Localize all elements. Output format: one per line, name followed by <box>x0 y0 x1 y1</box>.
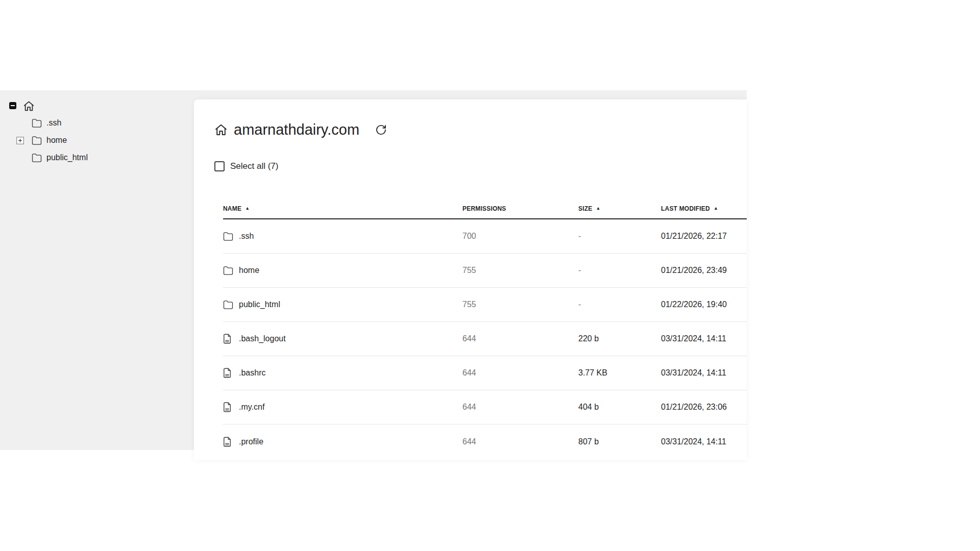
file-icon <box>223 437 233 447</box>
file-tree-items: .ssh home public_html <box>0 114 194 166</box>
tree-item-label: home <box>46 136 67 144</box>
file-name: .bashrc <box>239 368 265 378</box>
folder-icon <box>223 299 233 310</box>
files-table: NAME ▲ PERMISSIONS SIZE ▲ LAST MODIFIED … <box>223 199 747 459</box>
column-header-size[interactable]: SIZE ▲ <box>578 205 661 212</box>
file-modified: 03/31/2024, 14:11 <box>661 437 747 446</box>
home-icon <box>23 100 35 112</box>
breadcrumb: amarnathdairy.com <box>214 118 387 141</box>
select-all-row[interactable]: Select all (7) <box>214 161 278 172</box>
file-name-cell: .my.cnf <box>223 402 462 412</box>
file-permissions: 755 <box>462 266 578 275</box>
page-title: amarnathdairy.com <box>234 121 359 138</box>
table-header-row: NAME ▲ PERMISSIONS SIZE ▲ LAST MODIFIED … <box>223 199 747 219</box>
file-manager-panel: amarnathdairy.com Select all (7) NAME ▲ … <box>194 99 747 460</box>
folder-icon <box>223 231 233 241</box>
file-permissions: 755 <box>462 300 578 309</box>
file-modified: 03/31/2024, 14:11 <box>661 368 747 378</box>
table-row[interactable]: .ssh 700 - 01/21/2026, 22:17 <box>223 219 747 254</box>
tree-item-label: .ssh <box>46 119 61 127</box>
folder-icon <box>32 154 42 162</box>
file-name: .bash_logout <box>239 334 286 343</box>
file-modified: 01/21/2026, 23:06 <box>661 403 747 412</box>
table-row[interactable]: .bashrc 644 3.77 KB 03/31/2024, 14:11 <box>223 356 747 390</box>
file-name-cell: .bashrc <box>223 368 462 378</box>
file-size: - <box>578 232 661 241</box>
file-modified: 01/21/2026, 22:17 <box>661 232 747 241</box>
table-row[interactable]: .profile 644 807 b 03/31/2024, 14:11 <box>223 424 747 459</box>
file-name: .my.cnf <box>239 403 264 412</box>
folder-icon <box>223 265 233 276</box>
file-icon <box>223 368 233 378</box>
table-body: .ssh 700 - 01/21/2026, 22:17 home 755 - … <box>223 219 747 459</box>
file-permissions: 644 <box>462 403 578 412</box>
table-row[interactable]: public_html 755 - 01/22/2026, 19:40 <box>223 288 747 322</box>
file-size: 807 b <box>578 437 661 446</box>
file-name: .ssh <box>239 232 254 241</box>
file-size: 3.77 KB <box>578 368 661 378</box>
file-permissions: 644 <box>462 334 578 343</box>
file-icon <box>223 402 233 412</box>
file-size: 404 b <box>578 403 661 412</box>
file-name-cell: .bash_logout <box>223 334 462 344</box>
expand-toggle-icon[interactable] <box>16 137 24 144</box>
select-all-checkbox[interactable] <box>214 161 225 171</box>
select-all-label: Select all (7) <box>230 161 278 171</box>
folder-icon <box>32 136 42 145</box>
column-header-name[interactable]: NAME ▲ <box>223 205 462 212</box>
file-size: - <box>578 266 661 275</box>
tree-item-home[interactable]: home <box>0 132 194 149</box>
sort-asc-icon: ▲ <box>245 206 250 211</box>
refresh-icon[interactable] <box>375 124 387 136</box>
file-name-cell: .ssh <box>223 231 462 241</box>
file-name-cell: public_html <box>223 299 462 310</box>
tree-root-home[interactable] <box>0 97 194 114</box>
tree-item-ssh[interactable]: .ssh <box>0 114 194 132</box>
file-size: - <box>578 300 661 309</box>
column-header-permissions[interactable]: PERMISSIONS <box>462 205 578 212</box>
table-row[interactable]: .my.cnf 644 404 b 01/21/2026, 23:06 <box>223 390 747 424</box>
file-permissions: 644 <box>462 437 578 446</box>
file-modified: 01/21/2026, 23:49 <box>661 266 747 275</box>
sort-asc-icon: ▲ <box>714 206 718 211</box>
tree-item-label: public_html <box>46 154 88 162</box>
file-name-cell: .profile <box>223 437 462 447</box>
table-row[interactable]: home 755 - 01/21/2026, 23:49 <box>223 254 747 288</box>
file-tree: .ssh home public_html <box>0 97 194 166</box>
file-name-cell: home <box>223 265 462 276</box>
file-size: 220 b <box>578 334 661 343</box>
sort-asc-icon: ▲ <box>596 206 600 211</box>
table-row[interactable]: .bash_logout 644 220 b 03/31/2024, 14:11 <box>223 322 747 356</box>
column-header-last-modified[interactable]: LAST MODIFIED ▲ <box>661 205 747 212</box>
file-permissions: 700 <box>462 232 578 241</box>
file-modified: 03/31/2024, 14:11 <box>661 334 747 343</box>
file-name: public_html <box>239 300 280 309</box>
file-permissions: 644 <box>462 368 578 378</box>
file-icon <box>223 334 233 344</box>
collapse-toggle-icon[interactable] <box>9 102 16 109</box>
file-name: home <box>239 266 259 275</box>
folder-icon <box>32 119 42 128</box>
file-modified: 01/22/2026, 19:40 <box>661 300 747 309</box>
file-name: .profile <box>239 437 263 446</box>
home-icon[interactable] <box>214 123 228 136</box>
tree-item-public_html[interactable]: public_html <box>0 149 194 166</box>
